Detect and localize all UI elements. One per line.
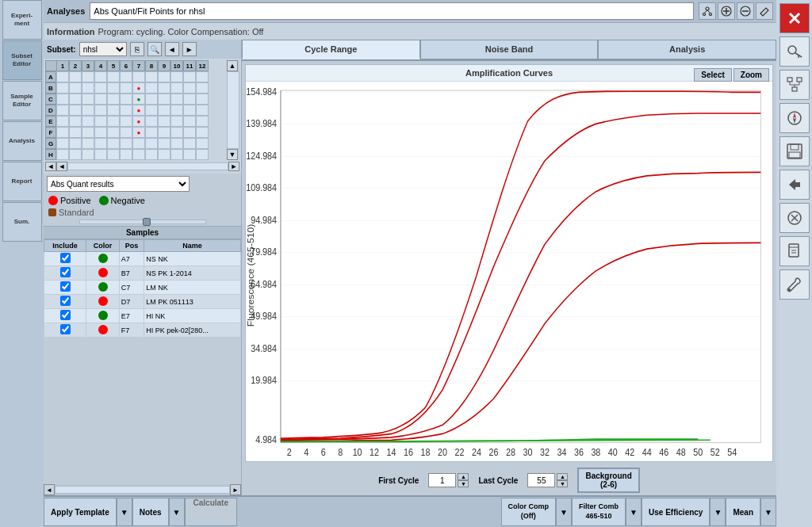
x-circle-icon[interactable]	[779, 203, 810, 233]
select-button[interactable]: Select	[694, 68, 731, 82]
use-efficiency-arrow[interactable]: ▼	[710, 498, 726, 526]
cell-g9[interactable]	[158, 138, 170, 149]
cell-b8[interactable]	[145, 82, 158, 94]
cell-h9[interactable]	[158, 149, 170, 160]
cell-d11[interactable]	[183, 105, 196, 116]
apply-template-button[interactable]: Apply Template	[44, 498, 117, 526]
cell-e6[interactable]	[120, 116, 132, 127]
zoom-button[interactable]: Zoom	[733, 68, 769, 82]
first-cycle-down[interactable]: ▼	[458, 480, 469, 487]
cell-g12[interactable]	[196, 138, 209, 149]
cell-f2[interactable]	[69, 127, 82, 138]
include-checkbox-5[interactable]	[60, 310, 71, 320]
cell-a8[interactable]	[145, 71, 158, 82]
include-checkbox-1[interactable]	[60, 253, 71, 263]
grid-scroll-left2[interactable]: ◄	[56, 162, 67, 171]
cell-g6[interactable]	[120, 138, 132, 149]
cell-c2[interactable]	[69, 94, 82, 105]
grid-scroll-left[interactable]: ◄	[45, 162, 56, 171]
cell-a4[interactable]	[94, 71, 107, 82]
sidebar-item-sample-editor[interactable]: SampleEditor	[2, 81, 42, 120]
slider-thumb[interactable]	[143, 218, 151, 226]
cell-d4[interactable]	[94, 105, 107, 116]
cell-c12[interactable]	[196, 94, 209, 105]
grid-scroll-down[interactable]: ▼	[227, 149, 238, 160]
cell-g7[interactable]	[132, 138, 145, 149]
cell-d10[interactable]	[170, 105, 183, 116]
cell-g5[interactable]	[107, 138, 120, 149]
cell-g4[interactable]	[94, 138, 107, 149]
cell-e8[interactable]	[145, 116, 158, 127]
save-icon[interactable]	[779, 136, 810, 166]
cell-f6[interactable]	[120, 127, 132, 138]
background-button[interactable]: Background(2-6)	[577, 468, 639, 493]
subset-dropdown[interactable]: nhsl	[79, 42, 127, 56]
cell-d6[interactable]	[120, 105, 132, 116]
cell-f5[interactable]	[107, 127, 120, 138]
doc-icon[interactable]	[779, 236, 810, 266]
cell-b6[interactable]	[120, 82, 132, 94]
cell-f1[interactable]	[56, 127, 69, 138]
sidebar-item-analysis[interactable]: Analysis	[2, 121, 42, 161]
cell-d3[interactable]	[82, 105, 94, 116]
add-icon[interactable]	[718, 2, 735, 20]
sidebar-item-experiment[interactable]: Experi-ment	[2, 0, 42, 40]
cell-h2[interactable]	[69, 149, 82, 160]
calculate-button[interactable]: Calculate	[185, 498, 237, 526]
cell-f4[interactable]	[94, 127, 107, 138]
results-dropdown[interactable]: Abs Quant results	[47, 176, 190, 192]
cell-c10[interactable]	[170, 94, 183, 105]
network-icon[interactable]	[699, 2, 716, 20]
cell-a2[interactable]	[69, 71, 82, 82]
color-comp-arrow[interactable]: ▼	[556, 498, 572, 526]
cell-d8[interactable]	[145, 105, 158, 116]
cell-d7[interactable]	[132, 105, 145, 116]
sidebar-item-sum[interactable]: Sum.	[2, 202, 42, 242]
last-cycle-input[interactable]	[527, 473, 555, 487]
cell-d9[interactable]	[158, 105, 170, 116]
tab-analysis[interactable]: Analysis	[598, 40, 776, 59]
cell-h11[interactable]	[183, 149, 196, 160]
use-efficiency-button[interactable]: Use Efficiency	[642, 498, 710, 526]
mean-arrow[interactable]: ▼	[760, 498, 776, 526]
cell-g8[interactable]	[145, 138, 158, 149]
wrench-icon[interactable]	[779, 269, 810, 300]
cell-g2[interactable]	[69, 138, 82, 149]
network2-icon[interactable]	[779, 70, 810, 100]
cell-a12[interactable]	[196, 71, 209, 82]
cell-e1[interactable]	[56, 116, 69, 127]
cell-e10[interactable]	[170, 116, 183, 127]
cell-a9[interactable]	[158, 71, 170, 82]
cell-c11[interactable]	[183, 94, 196, 105]
next-subset-icon[interactable]: ►	[182, 42, 197, 56]
cell-a11[interactable]	[183, 71, 196, 82]
cell-d5[interactable]	[107, 105, 120, 116]
edit-icon[interactable]	[756, 2, 773, 20]
cell-c3[interactable]	[82, 94, 94, 105]
cell-b5[interactable]	[107, 82, 120, 94]
apply-template-arrow[interactable]: ▼	[117, 498, 132, 526]
cell-g3[interactable]	[82, 138, 94, 149]
mean-button[interactable]: Mean	[726, 498, 760, 526]
include-checkbox-2[interactable]	[60, 267, 71, 277]
cell-b10[interactable]	[170, 82, 183, 94]
cell-c8[interactable]	[145, 94, 158, 105]
tab-noise-band[interactable]: Noise Band	[420, 40, 599, 59]
cell-d1[interactable]	[56, 105, 69, 116]
cell-a1[interactable]	[56, 71, 69, 82]
cell-c6[interactable]	[120, 94, 132, 105]
cell-e9[interactable]	[158, 116, 170, 127]
include-checkbox-4[interactable]	[60, 296, 71, 306]
exit-button[interactable]	[779, 3, 810, 33]
cell-g11[interactable]	[183, 138, 196, 149]
compass-icon[interactable]	[779, 103, 810, 133]
first-cycle-up[interactable]: ▲	[458, 473, 469, 480]
cell-e3[interactable]	[82, 116, 94, 127]
cell-a3[interactable]	[82, 71, 94, 82]
cell-h10[interactable]	[170, 149, 183, 160]
cell-h4[interactable]	[94, 149, 107, 160]
cell-d2[interactable]	[69, 105, 82, 116]
cell-b12[interactable]	[196, 82, 209, 94]
cell-e5[interactable]	[107, 116, 120, 127]
sidebar-item-report[interactable]: Report	[2, 162, 42, 201]
